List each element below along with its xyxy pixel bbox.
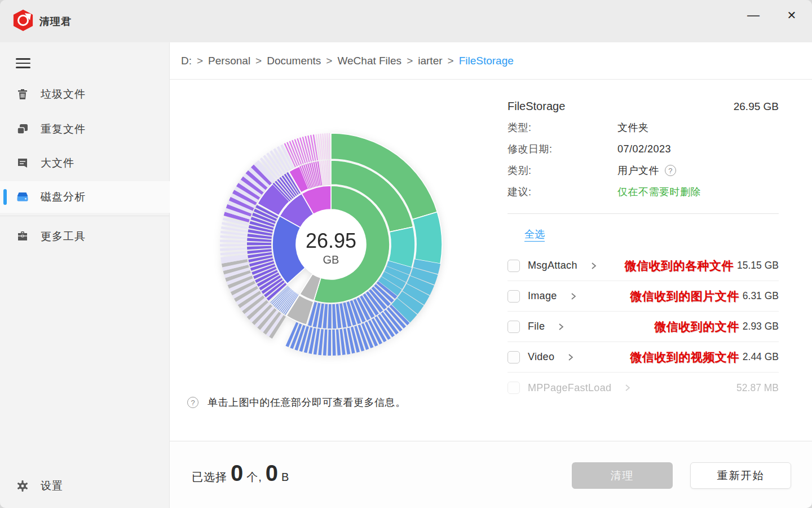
minimize-button[interactable]: —: [741, 3, 766, 27]
item-annotation: 微信收到的各种文件: [625, 258, 734, 274]
item-name: Image: [528, 290, 557, 302]
field-label: 类型:: [508, 121, 617, 134]
item-size: 2.93 GB: [743, 321, 779, 332]
main-content: 26.95GB ? 单击上图中的任意部分即可查看更多信息。 FileStorag…: [170, 80, 812, 441]
chevron-right-icon: [590, 262, 598, 270]
breadcrumb-separator: >: [407, 55, 413, 67]
list-item-video[interactable]: Video 微信收到的视频文件 2.44 GB: [508, 342, 779, 373]
list-item-image[interactable]: Image 微信收到的图片文件 6.31 GB: [508, 281, 779, 312]
breadcrumb-item[interactable]: iarter: [418, 55, 442, 67]
sunburst-chart[interactable]: 26.95GB: [218, 132, 444, 357]
count-unit: 个,: [246, 470, 262, 485]
chart-help-text: 单击上图中的任意部分即可查看更多信息。: [208, 396, 406, 409]
breadcrumb-separator: >: [197, 55, 203, 67]
field-value-suggestion: 仅在不需要时删除: [617, 185, 701, 199]
checkbox[interactable]: [508, 351, 520, 364]
chevron-right-icon: [557, 323, 565, 331]
clean-button[interactable]: 清理: [572, 462, 673, 489]
file-list: MsgAttach 微信收到的各种文件 15.15 GB Image 微信收到的…: [508, 251, 779, 403]
hamburger-menu-icon[interactable]: [16, 58, 30, 68]
breadcrumb-separator: >: [448, 55, 454, 67]
close-button[interactable]: ✕: [779, 3, 804, 27]
sidebar-item-settings[interactable]: 设置: [0, 471, 170, 501]
field-type: 类型: 文件夹: [508, 121, 779, 134]
item-name: File: [528, 321, 545, 332]
restart-button[interactable]: 重新开始: [690, 462, 791, 489]
chart-center-unit: GB: [323, 253, 339, 266]
details-header: FileStorage 26.95 GB: [508, 100, 779, 113]
field-value: 文件夹: [617, 121, 649, 134]
sidebar-divider: [0, 216, 170, 216]
field-value: 07/02/2023: [617, 142, 671, 156]
sidebar-item-junk-files[interactable]: 垃圾文件: [0, 78, 170, 110]
breadcrumb-item[interactable]: D:: [181, 55, 192, 67]
app-title: 清理君: [39, 15, 72, 28]
sidebar-item-more-tools[interactable]: 更多工具: [0, 221, 170, 252]
checkbox[interactable]: [508, 321, 520, 333]
field-label: 类别:: [508, 164, 617, 177]
field-suggestion: 建议: 仅在不需要时删除: [508, 185, 779, 199]
disk-icon: [16, 190, 29, 204]
gear-icon: [16, 479, 29, 493]
chart-center-value: 26.95: [306, 229, 356, 252]
item-size: 15.15 GB: [737, 260, 779, 271]
logo-arrow: [24, 13, 30, 20]
sidebar-label: 重复文件: [41, 122, 86, 137]
chart-help: ? 单击上图中的任意部分即可查看更多信息。: [187, 396, 406, 409]
sidebar-label: 更多工具: [41, 229, 86, 244]
app-logo-icon: [12, 10, 34, 31]
field-value: 用户文件: [617, 164, 659, 177]
breadcrumb-item[interactable]: Personal: [208, 55, 250, 67]
sidebar-label: 设置: [41, 479, 63, 493]
chevron-right-icon: [570, 292, 577, 300]
breadcrumb-item-current[interactable]: FileStorage: [459, 55, 514, 67]
item-annotation: 微信收到的文件: [654, 319, 739, 335]
field-category: 类别: 用户文件?: [508, 164, 779, 177]
trash-icon: [16, 87, 29, 101]
sidebar-label: 磁盘分析: [41, 190, 86, 204]
select-all-link[interactable]: 全选: [524, 227, 545, 242]
sidebar-item-duplicate-files[interactable]: 重复文件: [0, 113, 170, 145]
duplicate-icon: [16, 122, 29, 136]
help-icon: ?: [187, 397, 198, 408]
breadcrumb-item[interactable]: Documents: [267, 55, 321, 67]
breadcrumb-bar: D:>Personal>Documents>WeChat Files>iarte…: [170, 42, 812, 80]
chevron-right-icon: [567, 353, 575, 361]
selected-prefix: 已选择: [192, 470, 227, 485]
large-file-icon: [16, 156, 29, 170]
checkbox[interactable]: [508, 290, 520, 303]
breadcrumb-separator: >: [326, 55, 332, 67]
breadcrumb-item[interactable]: WeChat Files: [337, 55, 401, 67]
checkbox[interactable]: [508, 260, 520, 272]
field-label: 修改日期:: [508, 142, 617, 156]
selected-size: 0: [266, 461, 278, 486]
app-window: 清理君 — ✕ 垃圾文件 重复文件 大文件: [0, 0, 812, 508]
footer-bar: 已选择 0 个, 0 B 清理 重新开始: [170, 441, 812, 508]
sidebar-item-disk-analysis[interactable]: 磁盘分析: [0, 181, 170, 213]
field-label: 建议:: [508, 185, 617, 199]
details-panel: FileStorage 26.95 GB 类型: 文件夹 修改日期: 07/02…: [508, 100, 779, 403]
category-help-icon[interactable]: ?: [665, 165, 676, 176]
details-title: FileStorage: [508, 100, 565, 113]
item-name: MPPageFastLoad: [528, 382, 611, 394]
sidebar-item-large-files[interactable]: 大文件: [0, 147, 170, 179]
item-name: Video: [528, 351, 554, 363]
checkbox[interactable]: [508, 382, 520, 394]
item-size: 52.87 MB: [736, 382, 779, 394]
selected-count: 0: [231, 461, 243, 486]
list-item-msgattach[interactable]: MsgAttach 微信收到的各种文件 15.15 GB: [508, 251, 779, 281]
selection-summary: 已选择 0 个, 0 B: [192, 461, 289, 486]
size-unit: B: [281, 471, 289, 484]
breadcrumb: D:>Personal>Documents>WeChat Files>iarte…: [181, 55, 514, 67]
chevron-right-icon: [624, 384, 632, 392]
list-item-file[interactable]: File 微信收到的文件 2.93 GB: [508, 312, 779, 342]
list-item-mppagefastload[interactable]: MPPageFastLoad 52.87 MB: [508, 373, 779, 403]
title-bar: 清理君 — ✕: [0, 0, 812, 42]
toolbox-icon: [16, 230, 29, 243]
breadcrumb-separator: >: [255, 55, 262, 67]
sidebar-label: 大文件: [41, 156, 74, 170]
item-annotation: 微信收到的视频文件: [630, 349, 739, 365]
sidebar-label: 垃圾文件: [41, 87, 86, 102]
item-name: MsgAttach: [528, 260, 577, 271]
item-size: 6.31 GB: [743, 290, 779, 302]
